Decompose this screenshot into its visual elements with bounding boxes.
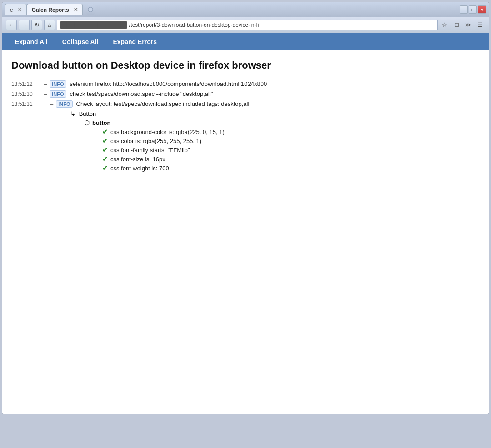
nav-bar: ← → ↻ ⌂ ████████████████ /test/report/3-…: [2, 17, 489, 33]
tree-button-element-row: ⬡ button: [48, 119, 480, 126]
check-item-1: ✔ css background-color is: rgba(225, 0, …: [102, 128, 480, 135]
collapse-all-button[interactable]: Collapse All: [55, 35, 106, 49]
log-entry-3: 13:51:31 – INFO Check layout: test/specs…: [11, 100, 480, 108]
back-icon: ←: [9, 21, 15, 28]
check-item-3: ✔ css font-family starts: "FFMilo": [102, 146, 480, 154]
log-entry-2: 13:51:30 – INFO check test/specs/downloa…: [11, 90, 480, 98]
tree-button-group-label: Button: [79, 110, 96, 117]
check-text-5: css font-weight is: 700: [110, 165, 169, 172]
page-title: Download button on Desktop device in fir…: [11, 60, 480, 71]
log-time-3: 13:51:31: [11, 101, 41, 107]
reload-button[interactable]: ↻: [31, 20, 42, 30]
close-button[interactable]: ✕: [478, 5, 486, 14]
bookmark-icon[interactable]: ⊟: [451, 20, 461, 30]
back-button[interactable]: ←: [6, 20, 17, 30]
maximize-icon: □: [471, 7, 474, 12]
title-bar: e ✕ Galen Reports ✕ _ □: [2, 2, 489, 17]
log-level-1: INFO: [50, 80, 66, 88]
reload-icon: ↻: [35, 21, 40, 28]
close-icon: ✕: [480, 7, 484, 12]
home-icon: ⌂: [48, 21, 51, 28]
menu-button[interactable]: ☰: [475, 20, 485, 30]
log-message-1: selenium firefox http://localhost:8000/c…: [70, 80, 480, 87]
galen-toolbar: Expand All Collapse All Expand Errors: [2, 33, 489, 50]
content-area: Download button on Desktop device in fir…: [2, 50, 489, 414]
log-message-2: check test/specs/download.spec --include…: [70, 90, 480, 97]
log-dash-3: –: [50, 100, 53, 107]
more-button[interactable]: ≫: [463, 20, 473, 30]
log-entry-1: 13:51:12 – INFO selenium firefox http://…: [11, 80, 480, 88]
log-level-2: INFO: [50, 90, 66, 98]
tab-1-label: e: [10, 7, 13, 13]
tab-1[interactable]: e ✕: [5, 4, 27, 15]
tab-2-close-icon[interactable]: ✕: [74, 7, 78, 13]
expand-all-button[interactable]: Expand All: [8, 35, 55, 49]
tab-1-close-icon[interactable]: ✕: [18, 7, 22, 13]
cube-icon: ⬡: [84, 119, 90, 126]
check-icon-5: ✔: [102, 164, 108, 172]
tab-2[interactable]: Galen Reports ✕: [27, 4, 83, 15]
check-item-4: ✔ css font-size is: 16px: [102, 155, 480, 163]
check-icon-3: ✔: [102, 146, 108, 154]
check-icon-4: ✔: [102, 155, 108, 163]
log-message-3: Check layout: test/specs/download.spec i…: [76, 100, 480, 107]
log-time-1: 13:51:12: [11, 81, 41, 87]
check-text-2: css color is: rgba(255, 255, 255, 1): [110, 138, 201, 144]
log-dash-2: –: [44, 90, 47, 97]
forward-icon: →: [21, 21, 27, 28]
minimize-button[interactable]: _: [460, 5, 468, 14]
tab-2-label: Galen Reports: [32, 7, 69, 13]
forward-button[interactable]: →: [19, 20, 30, 30]
browser-window: e ✕ Galen Reports ✕ _ □: [2, 2, 489, 414]
maximize-button[interactable]: □: [469, 5, 477, 14]
new-tab-button[interactable]: [85, 4, 96, 15]
home-button[interactable]: ⌂: [44, 20, 55, 30]
check-icon-1: ✔: [102, 128, 108, 135]
check-text-1: css background-color is: rgba(225, 0, 15…: [110, 129, 225, 135]
log-dash-1: –: [44, 80, 47, 87]
check-item-2: ✔ css color is: rgba(255, 255, 255, 1): [102, 137, 480, 144]
minimize-icon: _: [462, 7, 465, 12]
tab-bar: e ✕ Galen Reports ✕: [5, 4, 460, 15]
tree-button-element-label: button: [92, 119, 110, 126]
window-controls: _ □ ✕: [460, 5, 486, 14]
log-level-3: INFO: [56, 100, 72, 108]
check-icon-2: ✔: [102, 137, 108, 144]
star-icon[interactable]: ☆: [440, 20, 450, 30]
expand-errors-button[interactable]: Expand Errors: [105, 35, 164, 49]
check-item-5: ✔ css font-weight is: 700: [102, 164, 480, 172]
address-text: /test/report/3-download-button-on-deskto…: [129, 22, 259, 28]
address-bar[interactable]: ████████████████ /test/report/3-download…: [57, 20, 438, 30]
tree-expand-icon: ↳: [70, 110, 75, 117]
log-time-2: 13:51:30: [11, 91, 41, 97]
tree-button-group-row: ↳ Button: [48, 110, 480, 117]
check-text-3: css font-family starts: "FFMilo": [110, 147, 190, 154]
check-text-4: css font-size is: 16px: [110, 156, 165, 163]
nav-icons: ☆ ⊟ ≫ ☰: [440, 20, 485, 30]
